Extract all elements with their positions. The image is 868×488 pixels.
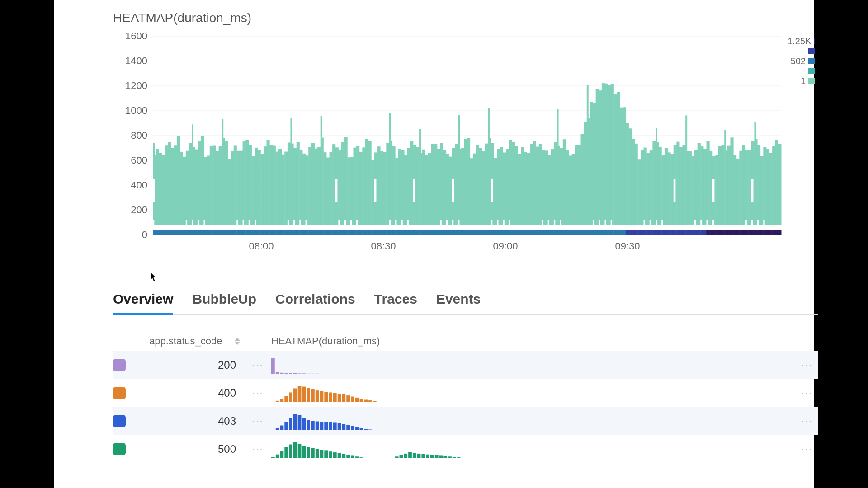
svg-rect-309 [311, 230, 315, 235]
table-row[interactable]: 400······ [113, 379, 818, 407]
svg-rect-308 [308, 230, 311, 235]
svg-rect-434 [685, 230, 689, 235]
svg-rect-478 [306, 220, 307, 225]
row-menu-button[interactable]: ··· [796, 359, 818, 371]
svg-rect-614 [302, 418, 306, 430]
svg-rect-225 [700, 146, 703, 225]
svg-rect-401 [587, 230, 590, 235]
svg-rect-125 [428, 153, 431, 225]
row-menu-button[interactable]: ··· [796, 387, 818, 399]
svg-rect-688 [426, 454, 429, 458]
svg-rect-78 [306, 155, 309, 225]
row-histogram [271, 356, 470, 374]
svg-rect-506 [661, 220, 663, 225]
svg-rect-363 [473, 230, 476, 235]
svg-rect-263 [174, 230, 177, 235]
svg-rect-251 [766, 149, 769, 225]
row-menu-button[interactable]: ··· [244, 443, 271, 455]
tab-traces[interactable]: Traces [374, 291, 417, 315]
svg-rect-659 [298, 444, 302, 458]
row-menu-button[interactable]: ··· [244, 359, 271, 371]
svg-rect-135 [455, 144, 458, 225]
table-row[interactable]: 500······ [113, 435, 818, 463]
svg-rect-154 [503, 152, 506, 225]
svg-rect-240 [739, 151, 742, 225]
svg-rect-342 [410, 230, 413, 235]
row-menu-button[interactable]: ··· [244, 415, 271, 427]
svg-rect-423 [652, 230, 656, 235]
svg-text:800: 800 [131, 130, 147, 141]
table-row[interactable]: 403······ [113, 407, 818, 435]
svg-rect-341 [407, 230, 410, 235]
svg-rect-370 [494, 230, 497, 235]
svg-rect-48 [222, 138, 225, 225]
svg-rect-476 [293, 220, 295, 225]
row-menu-button[interactable]: ··· [796, 443, 818, 455]
results-table: app.status_code HEATMAP(duration_ms) 200… [113, 331, 818, 463]
tab-overview[interactable]: Overview [113, 291, 173, 315]
svg-rect-441 [707, 230, 710, 235]
svg-rect-343 [413, 230, 416, 235]
svg-rect-184 [587, 85, 589, 118]
svg-rect-55 [240, 151, 243, 225]
svg-rect-447 [724, 230, 727, 235]
svg-rect-157 [512, 142, 515, 225]
status-code-value: 400 [149, 387, 244, 399]
tab-correlations[interactable]: Correlations [275, 291, 355, 315]
heatmap-chart[interactable]: 0200400600800100012001400160008:0008:300… [113, 32, 781, 244]
svg-rect-490 [458, 220, 459, 225]
sort-icon[interactable] [235, 338, 240, 345]
svg-rect-666 [329, 451, 332, 458]
svg-rect-82 [317, 147, 321, 225]
svg-rect-44 [210, 146, 213, 225]
row-menu-button[interactable]: ··· [244, 387, 271, 399]
svg-rect-498 [560, 220, 561, 225]
svg-rect-288 [249, 230, 252, 235]
svg-rect-483 [389, 220, 391, 225]
svg-rect-278 [219, 230, 222, 235]
row-menu-button[interactable]: ··· [796, 415, 818, 427]
svg-rect-85 [323, 152, 326, 225]
svg-rect-105 [377, 146, 380, 225]
svg-rect-98 [359, 152, 363, 225]
svg-rect-235 [724, 130, 726, 150]
svg-rect-217 [679, 147, 683, 225]
svg-rect-465 [778, 230, 781, 235]
svg-rect-150 [491, 179, 493, 202]
column-header-status-code[interactable]: app.status_code [149, 335, 244, 347]
svg-rect-86 [326, 158, 330, 225]
svg-rect-471 [236, 220, 238, 225]
svg-rect-100 [365, 139, 368, 225]
svg-rect-502 [611, 220, 612, 225]
svg-rect-255 [778, 144, 781, 225]
svg-rect-612 [293, 414, 297, 430]
svg-rect-129 [440, 143, 443, 225]
svg-rect-389 [551, 230, 554, 235]
column-header-heatmap[interactable]: HEATMAP(duration_ms) [271, 335, 479, 347]
svg-rect-286 [243, 230, 246, 235]
svg-rect-467 [186, 220, 187, 225]
svg-rect-277 [216, 230, 219, 235]
column-header-label: HEATMAP(duration_ms) [271, 335, 380, 347]
svg-rect-28 [165, 145, 168, 225]
svg-rect-400 [584, 230, 587, 235]
svg-rect-311 [317, 230, 321, 235]
svg-rect-390 [554, 230, 557, 235]
svg-rect-68 [278, 149, 282, 225]
svg-rect-433 [683, 230, 686, 235]
svg-rect-248 [757, 145, 760, 225]
svg-rect-291 [258, 230, 261, 235]
tab-events[interactable]: Events [436, 291, 481, 315]
svg-rect-141 [470, 158, 473, 225]
svg-rect-620 [329, 422, 332, 430]
svg-rect-664 [320, 450, 324, 458]
svg-rect-29 [168, 142, 171, 225]
svg-text:08:30: 08:30 [371, 240, 396, 252]
svg-rect-463 [772, 230, 775, 235]
table-row[interactable]: 200······ [113, 351, 818, 379]
svg-rect-481 [350, 220, 352, 225]
svg-rect-303 [293, 230, 297, 235]
svg-rect-568 [302, 386, 306, 402]
tab-bubbleup[interactable]: BubbleUp [192, 291, 256, 315]
svg-rect-392 [560, 230, 563, 235]
